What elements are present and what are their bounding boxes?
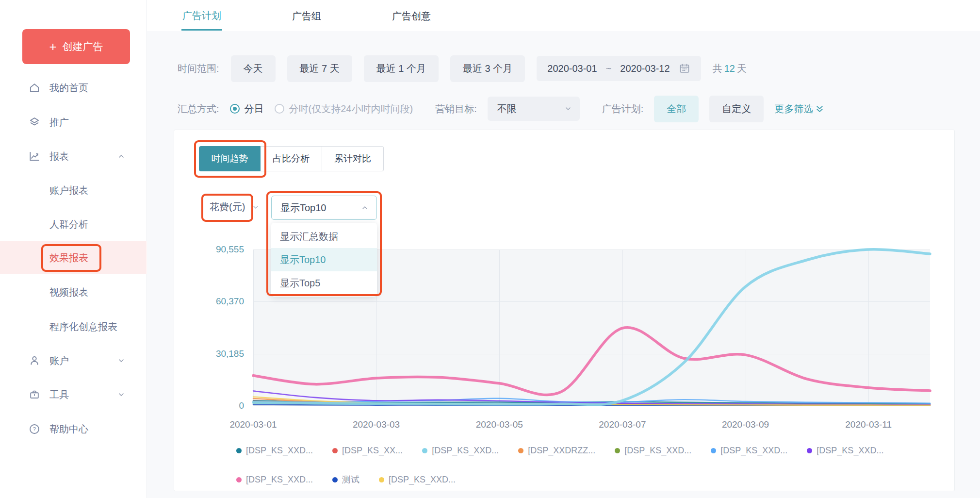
total-days-text: 共12天 [713, 62, 747, 75]
sidebar-item-label: 账户 [49, 354, 69, 367]
x-tick-label: 2020-03-05 [460, 419, 538, 430]
sidebar-item-account-report[interactable]: 账户报表 [0, 173, 147, 207]
sidebar-item-reports[interactable]: 报表 [0, 139, 147, 173]
plan-custom-button[interactable]: 自定义 [709, 96, 764, 122]
sidebar-item-label: 人群分析 [49, 218, 88, 231]
legend-item[interactable]: [DSP_KS_XXD... [807, 446, 883, 456]
legend-label: [DSP_KS_XXD... [389, 475, 456, 485]
legend-label: [DSP_KS_XXD... [624, 446, 691, 456]
radio-selected-icon [230, 104, 240, 114]
legend-row-1: [DSP_KS_XXD...[DSP_KS_XX...[DSP_KS_XXD..… [236, 446, 883, 456]
sidebar-item-home[interactable]: 我的首页 [0, 71, 147, 105]
legend-row-2: [DSP_KS_XXD...测试[DSP_KS_XXD... [236, 474, 456, 485]
legend-label: [DSP_KS_XXD... [817, 446, 883, 456]
main-area: 广告计划 广告组 广告创意 时间范围: 今天 最近 7 天 最近 1 个月 最近… [147, 0, 980, 498]
sidebar-item-label: 我的首页 [49, 82, 88, 95]
sidebar-item-audience-analysis[interactable]: 人群分析 [0, 207, 147, 241]
more-filters-link[interactable]: 更多筛选 [774, 102, 823, 116]
svg-text:?: ? [33, 426, 36, 432]
entity-tabbar: 广告计划 广告组 广告创意 [147, 0, 980, 31]
legend-item[interactable]: [DSP_KS_XX... [332, 446, 403, 456]
sidebar-item-label: 报表 [49, 150, 69, 163]
x-tick-label: 2020-03-01 [214, 419, 292, 430]
legend-item[interactable]: [DSP_KS_XXD... [615, 446, 691, 456]
marketing-target-select[interactable]: 不限 [488, 97, 580, 121]
sidebar-item-video-report[interactable]: 视频报表 [0, 275, 147, 309]
option-show-summary[interactable]: 显示汇总数据 [271, 225, 377, 248]
create-ad-button[interactable]: + 创建广告 [22, 29, 130, 64]
aggregation-label: 汇总方式: [178, 102, 219, 116]
range-today-button[interactable]: 今天 [231, 55, 276, 82]
range-3months-button[interactable]: 最近 3 个月 [450, 55, 525, 82]
y-tick-label: 90,555 [183, 244, 244, 255]
date-range-picker[interactable]: 2020-03-01 ~ 2020-03-12 [537, 56, 701, 81]
person-icon [28, 354, 41, 367]
legend-item[interactable]: [DSP_KS_XXD... [236, 475, 313, 485]
sidebar-item-label: 帮助中心 [49, 423, 88, 436]
plus-icon: + [49, 40, 56, 53]
legend-label: 测试 [342, 474, 359, 485]
sidebar-item-label: 账户报表 [49, 184, 88, 197]
sidebar: + 创建广告 我的首页 推广 报表 账户报表 [0, 0, 147, 498]
view-mode-segment: 时间趋势 占比分析 累计对比 [199, 146, 384, 171]
radio-unselected-icon [275, 104, 284, 114]
x-tick-label: 2020-03-03 [338, 419, 415, 430]
radio-hourly[interactable]: 分时(仅支持24小时内时间段) [275, 102, 413, 116]
legend-dot-icon [711, 448, 716, 453]
sidebar-item-label: 工具 [49, 388, 69, 401]
sidebar-item-label: 视频报表 [49, 286, 88, 299]
sidebar-item-label: 程序化创意报表 [49, 320, 117, 333]
legend-dot-icon [379, 477, 384, 482]
sidebar-item-tools[interactable]: 工具 [0, 378, 147, 412]
legend-label: [DSP_KS_XXD... [720, 446, 787, 456]
chevron-up-icon [361, 204, 369, 212]
metric-select[interactable]: 花费(元) [210, 200, 260, 214]
legend-label: [DSP_KS_XXD... [246, 475, 313, 485]
chevron-up-icon[interactable] [117, 152, 125, 160]
chevron-down-icon[interactable] [117, 357, 125, 365]
legend-dot-icon [332, 448, 338, 453]
date-start: 2020-03-01 [547, 63, 597, 74]
legend-item[interactable]: [DSP_XXDRZZ... [518, 446, 595, 456]
legend-dot-icon [807, 448, 812, 453]
radio-daily[interactable]: 分日 [230, 102, 264, 116]
view-tab-time-trend[interactable]: 时间趋势 [199, 146, 261, 171]
calendar-icon [679, 63, 690, 74]
x-tick-label: 2020-03-07 [584, 419, 661, 430]
chart-card: 时间趋势 占比分析 累计对比 花费(元) 显示Top10 显示汇总数据 显示To… [174, 130, 955, 491]
legend-item[interactable]: [DSP_KS_XXD... [236, 446, 313, 456]
sidebar-item-programmatic-creative-report[interactable]: 程序化创意报表 [0, 310, 147, 344]
legend-item[interactable]: [DSP_KS_XXD... [711, 446, 787, 456]
chevron-down-icon [564, 105, 572, 113]
sidebar-item-effect-report[interactable]: 效果报表 [0, 241, 147, 274]
sidebar-item-promotion[interactable]: 推广 [0, 105, 147, 139]
legend-item[interactable]: 测试 [332, 474, 359, 485]
chevron-down-icon[interactable] [117, 391, 125, 398]
line-chart-icon [28, 150, 41, 163]
x-tick-label: 2020-03-11 [830, 419, 907, 430]
sidebar-item-help-center[interactable]: ? 帮助中心 [0, 412, 147, 446]
tab-ad-creative[interactable]: 广告创意 [391, 1, 432, 30]
plan-all-button[interactable]: 全部 [654, 96, 699, 122]
radio-daily-label: 分日 [245, 102, 264, 116]
view-tab-share-analysis[interactable]: 占比分析 [261, 146, 322, 171]
legend-item[interactable]: [DSP_KS_XXD... [422, 446, 499, 456]
y-tick-label: 0 [183, 400, 244, 411]
option-show-top5[interactable]: 显示Top5 [271, 271, 377, 295]
tab-ad-group[interactable]: 广告组 [291, 1, 322, 30]
option-show-top10[interactable]: 显示Top10 [271, 248, 377, 271]
tab-ad-plan[interactable]: 广告计划 [181, 1, 222, 31]
legend-dot-icon [332, 477, 338, 482]
sidebar-item-account[interactable]: 账户 [0, 344, 147, 378]
top-n-value: 显示Top10 [280, 201, 327, 215]
range-7days-button[interactable]: 最近 7 天 [287, 55, 352, 82]
y-tick-label: 30,185 [183, 349, 244, 359]
metric-label: 花费(元) [210, 200, 245, 214]
legend-item[interactable]: [DSP_KS_XXD... [379, 475, 456, 485]
range-1month-button[interactable]: 最近 1 个月 [364, 55, 439, 82]
chart-line-series [253, 328, 930, 395]
create-ad-label: 创建广告 [63, 40, 103, 53]
top-n-dropdown-menu: 显示汇总数据 显示Top10 显示Top5 [271, 223, 377, 297]
top-n-select[interactable]: 显示Top10 [271, 196, 377, 220]
view-tab-cumulative-compare[interactable]: 累计对比 [322, 146, 384, 171]
